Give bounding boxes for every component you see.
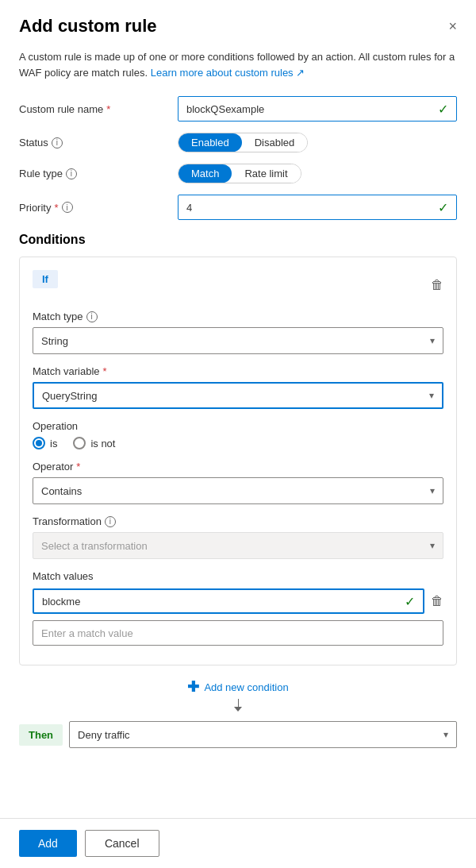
status-control: Enabled Disabled bbox=[178, 133, 457, 152]
priority-required-marker: * bbox=[54, 202, 58, 214]
operator-field: Operator * Contains ▾ bbox=[33, 461, 443, 504]
add-condition-button[interactable]: ✚ Add new condition bbox=[187, 678, 288, 696]
custom-rule-name-row: Custom rule name * blockQSexample ✓ bbox=[19, 96, 457, 122]
description-text: A custom rule is made up of one or more … bbox=[19, 49, 457, 80]
match-variable-chevron-icon: ▾ bbox=[429, 390, 434, 401]
operation-label: Operation bbox=[33, 420, 443, 432]
rule-type-toggle-group: Match Rate limit bbox=[178, 164, 301, 183]
required-marker: * bbox=[106, 103, 110, 115]
operator-select[interactable]: Contains ▾ bbox=[33, 477, 443, 504]
match-value-row-empty: Enter a match value bbox=[33, 620, 443, 646]
operation-field: Operation is is not bbox=[33, 420, 443, 449]
cancel-button[interactable]: Cancel bbox=[85, 830, 159, 857]
match-type-info-icon[interactable]: i bbox=[86, 311, 98, 322]
transformation-select[interactable]: Select a transformation ▾ bbox=[33, 532, 443, 559]
match-type-field: Match type i String ▾ bbox=[33, 311, 443, 354]
status-info-icon[interactable]: i bbox=[52, 137, 63, 149]
rule-type-label: Rule type i bbox=[19, 168, 178, 179]
dialog-header: Add custom rule × bbox=[19, 16, 457, 37]
priority-label: Priority * i bbox=[19, 202, 178, 214]
status-toggle-group: Enabled Disabled bbox=[178, 133, 308, 152]
connector-arrow-head bbox=[234, 707, 242, 712]
check-icon: ✓ bbox=[438, 102, 448, 117]
if-row: If 🗑 bbox=[33, 270, 443, 299]
add-button[interactable]: Add bbox=[19, 830, 77, 857]
conditions-box: If 🗑 Match type i String ▾ Match variabl… bbox=[19, 257, 457, 665]
status-disabled-button[interactable]: Disabled bbox=[242, 133, 308, 152]
then-row: Then Deny traffic ▾ bbox=[19, 721, 457, 748]
conditions-section-title: Conditions bbox=[19, 233, 457, 247]
rule-type-control: Match Rate limit bbox=[178, 164, 457, 183]
rule-type-match-button[interactable]: Match bbox=[178, 164, 232, 183]
learn-more-link[interactable]: Learn more about custom rules ↗ bbox=[151, 67, 305, 79]
then-chevron-icon: ▾ bbox=[443, 729, 448, 740]
match-value-check-icon: ✓ bbox=[405, 594, 415, 609]
operation-radio-group: is is not bbox=[33, 437, 443, 449]
priority-control: 4 ✓ bbox=[178, 195, 457, 220]
custom-rule-name-input[interactable]: blockQSexample ✓ bbox=[178, 96, 457, 122]
rule-type-rate-limit-button[interactable]: Rate limit bbox=[232, 164, 300, 183]
delete-match-value-icon[interactable]: 🗑 bbox=[431, 594, 443, 608]
add-condition-section: ✚ Add new condition bbox=[19, 678, 457, 712]
status-label: Status i bbox=[19, 137, 178, 149]
plus-icon: ✚ bbox=[187, 678, 199, 696]
then-badge: Then bbox=[19, 724, 63, 746]
match-variable-required: * bbox=[103, 365, 107, 377]
close-button[interactable]: × bbox=[448, 19, 457, 33]
rule-type-row: Rule type i Match Rate limit bbox=[19, 164, 457, 183]
transformation-info-icon[interactable]: i bbox=[105, 516, 116, 527]
match-variable-select[interactable]: QueryString ▾ bbox=[33, 382, 443, 409]
status-enabled-button[interactable]: Enabled bbox=[178, 133, 242, 152]
if-badge: If bbox=[33, 270, 58, 288]
priority-input[interactable]: 4 ✓ bbox=[178, 195, 457, 220]
transformation-chevron-icon: ▾ bbox=[430, 540, 435, 551]
operation-is-not-radio[interactable]: is not bbox=[73, 437, 115, 449]
match-type-label: Match type i bbox=[33, 311, 443, 322]
operator-required: * bbox=[76, 461, 80, 473]
connector-line bbox=[238, 699, 239, 707]
match-variable-field: Match variable * QueryString ▾ bbox=[33, 365, 443, 409]
dialog-title: Add custom rule bbox=[19, 16, 157, 37]
status-row: Status i Enabled Disabled bbox=[19, 133, 457, 152]
footer: Add Cancel bbox=[0, 818, 476, 868]
match-variable-label: Match variable * bbox=[33, 365, 443, 377]
rule-type-info-icon[interactable]: i bbox=[66, 168, 77, 179]
operation-is-not-radio-circle bbox=[73, 437, 86, 449]
match-value-empty-input[interactable]: Enter a match value bbox=[33, 620, 443, 646]
match-values-field: Match values blockme ✓ 🗑 Enter a match v… bbox=[33, 570, 443, 646]
transformation-label: Transformation i bbox=[33, 515, 443, 527]
match-value-row-1: blockme ✓ 🗑 bbox=[33, 588, 443, 614]
operator-label: Operator * bbox=[33, 461, 443, 473]
operation-is-radio[interactable]: is bbox=[33, 437, 57, 449]
connector-arrow bbox=[234, 699, 242, 712]
match-type-select[interactable]: String ▾ bbox=[33, 327, 443, 354]
delete-condition-icon[interactable]: 🗑 bbox=[431, 278, 443, 292]
priority-check-icon: ✓ bbox=[438, 200, 448, 215]
custom-rule-name-control: blockQSexample ✓ bbox=[178, 96, 457, 122]
then-select[interactable]: Deny traffic ▾ bbox=[69, 721, 457, 748]
external-link-icon: ↗ bbox=[296, 67, 305, 79]
priority-row: Priority * i 4 ✓ bbox=[19, 195, 457, 220]
match-value-input-1[interactable]: blockme ✓ bbox=[33, 588, 424, 614]
priority-info-icon[interactable]: i bbox=[62, 202, 73, 213]
operator-chevron-icon: ▾ bbox=[430, 485, 435, 496]
transformation-field: Transformation i Select a transformation… bbox=[33, 515, 443, 559]
custom-rule-name-label: Custom rule name * bbox=[19, 103, 178, 115]
match-type-chevron-icon: ▾ bbox=[430, 335, 435, 346]
operation-is-radio-circle bbox=[33, 437, 45, 449]
match-values-label: Match values bbox=[33, 570, 443, 582]
